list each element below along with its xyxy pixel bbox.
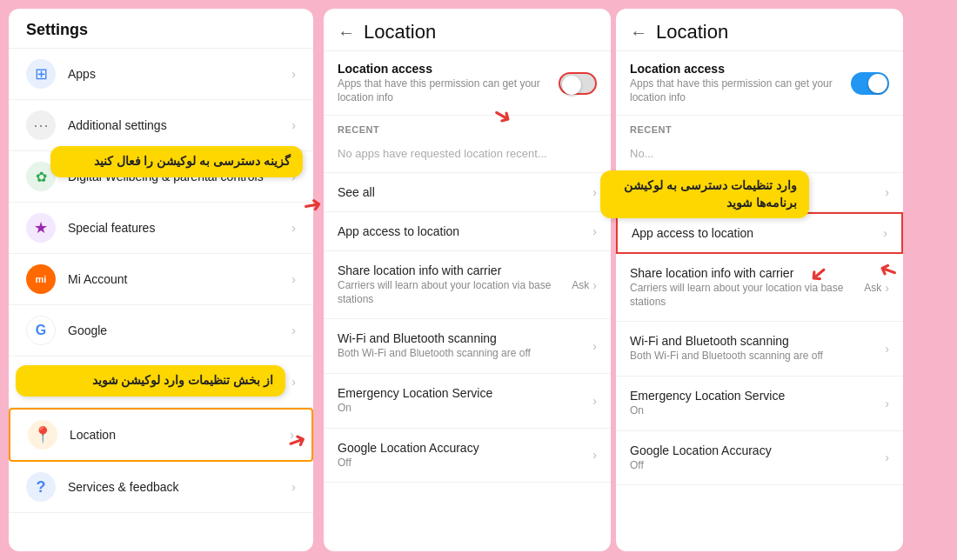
middle-recent-label: RECENT bbox=[324, 116, 611, 138]
right-access-text: Location access Apps that have this perm… bbox=[630, 62, 851, 104]
middle-panel: ← Location Location access Apps that hav… bbox=[324, 9, 611, 551]
special-label: Special features bbox=[68, 221, 291, 235]
settings-item-location[interactable]: 📍 Location › bbox=[9, 408, 313, 462]
middle-google-title: Google Location Accuracy bbox=[338, 441, 592, 455]
annotation-bubble-1: گزینه دسترسی به لوکیشن را فعال کنید bbox=[50, 146, 303, 177]
right-google-title: Google Location Accuracy bbox=[630, 443, 885, 457]
services-icon: ? bbox=[26, 472, 56, 502]
middle-emergency-title: Emergency Location Service bbox=[338, 386, 592, 400]
right-emergency-chevron: › bbox=[885, 397, 889, 410]
special-icon: ★ bbox=[26, 213, 56, 243]
apps-chevron: › bbox=[291, 67, 296, 81]
right-toggle-knob bbox=[868, 74, 887, 93]
middle-emergency-sub: On bbox=[338, 402, 592, 416]
middle-header: ← Location bbox=[324, 9, 611, 51]
right-share-location[interactable]: Share location info with carrier Carrier… bbox=[616, 254, 903, 322]
additional-label: Additional settings bbox=[68, 118, 291, 132]
location-icon: 📍 bbox=[28, 420, 57, 450]
middle-see-all-label: See all bbox=[338, 185, 592, 199]
right-wifi-chevron: › bbox=[885, 342, 889, 356]
middle-share-chevron: › bbox=[592, 278, 597, 292]
middle-title: Location bbox=[364, 21, 436, 43]
middle-emergency-chevron: › bbox=[592, 394, 597, 408]
right-see-all-chevron: › bbox=[885, 185, 889, 199]
right-title: Location bbox=[656, 21, 728, 43]
right-app-access-chevron: › bbox=[883, 226, 887, 240]
right-header: ← Location bbox=[616, 9, 903, 51]
right-emergency-sub: On bbox=[630, 404, 885, 418]
middle-app-access-title: App access to location bbox=[338, 224, 592, 238]
right-recent-empty: No... bbox=[616, 138, 903, 173]
services-label: Services & feedback bbox=[68, 480, 291, 494]
right-app-access-title: App access to location bbox=[632, 226, 883, 240]
settings-item-miaccount[interactable]: mi Mi Account › bbox=[9, 254, 313, 305]
right-access-sub: Apps that have this permission can get y… bbox=[630, 77, 851, 104]
middle-toggle-knob bbox=[562, 76, 581, 95]
miaccount-label: Mi Account bbox=[68, 272, 291, 286]
middle-location-toggle[interactable] bbox=[559, 72, 597, 95]
middle-location-access-row: Location access Apps that have this perm… bbox=[324, 51, 611, 116]
apps-icon: ⊞ bbox=[26, 59, 56, 89]
middle-wifi-title: Wi-Fi and Bluetooth scanning bbox=[338, 331, 592, 345]
right-wifi-sub: Both Wi-Fi and Bluetooth scanning are of… bbox=[630, 350, 885, 363]
annotation-bubble-2: از بخش تنظیمات وارد لوکیشن شوید bbox=[16, 365, 285, 397]
middle-access-title: Location access bbox=[338, 62, 559, 76]
settings-item-special[interactable]: ★ Special features › bbox=[9, 203, 313, 254]
middle-wifi-sub: Both Wi-Fi and Bluetooth scanning are of… bbox=[338, 347, 592, 361]
annotation1-arrow: ➜ bbox=[300, 190, 324, 219]
mi-icon: mi bbox=[26, 264, 56, 294]
middle-app-access[interactable]: App access to location › bbox=[324, 212, 611, 251]
middle-access-text: Location access Apps that have this perm… bbox=[338, 62, 559, 104]
middle-share-sub: Carriers will learn about your location … bbox=[338, 279, 572, 306]
google-chevron: › bbox=[291, 323, 296, 337]
location-label: Location bbox=[70, 428, 290, 442]
settings-item-services[interactable]: ? Services & feedback › bbox=[9, 462, 313, 513]
right-panel: ← Location Location access Apps that hav… bbox=[616, 9, 903, 551]
right-google-sub: Off bbox=[630, 459, 885, 473]
middle-back-arrow[interactable]: ← bbox=[338, 23, 355, 43]
right-access-title: Location access bbox=[630, 62, 851, 76]
right-wifi-title: Wi-Fi and Bluetooth scanning bbox=[630, 334, 885, 348]
middle-share-title: Share location info with carrier bbox=[338, 263, 572, 277]
middle-google-chevron: › bbox=[592, 448, 597, 462]
middle-app-access-chevron: › bbox=[592, 224, 597, 238]
middle-wifi-chevron: › bbox=[592, 339, 597, 353]
middle-google-sub: Off bbox=[338, 457, 592, 470]
middle-wifi-bt[interactable]: Wi-Fi and Bluetooth scanning Both Wi-Fi … bbox=[324, 319, 611, 374]
right-share-badge: Ask bbox=[864, 282, 881, 294]
additional-icon: ⋯ bbox=[26, 110, 56, 140]
middle-emergency[interactable]: Emergency Location Service On › bbox=[324, 374, 611, 429]
middle-recent-empty: No apps have requested location recent..… bbox=[324, 138, 611, 173]
settings-item-additional[interactable]: ⋯ Additional settings › bbox=[9, 100, 313, 151]
settings-item-google[interactable]: G Google › bbox=[9, 305, 313, 357]
middle-share-badge: Ask bbox=[572, 279, 589, 291]
google-label: Google bbox=[68, 323, 291, 337]
middle-share-location[interactable]: Share location info with carrier Carrier… bbox=[324, 251, 611, 319]
right-emergency-title: Emergency Location Service bbox=[630, 389, 885, 403]
special-chevron: › bbox=[291, 221, 296, 235]
settings-title: Settings bbox=[9, 9, 313, 49]
annotation-bubble-3: وارد تنظیمات دسترسی به لوکیشن برنامه‌ها … bbox=[600, 170, 809, 218]
right-location-access-row: Location access Apps that have this perm… bbox=[616, 51, 903, 116]
right-app-access[interactable]: App access to location › bbox=[616, 212, 903, 254]
right-share-sub: Carriers will learn about your location … bbox=[630, 282, 864, 309]
privacy-chevron: › bbox=[291, 375, 296, 389]
right-recent-label: RECENT bbox=[616, 116, 903, 138]
right-wifi-bt[interactable]: Wi-Fi and Bluetooth scanning Both Wi-Fi … bbox=[616, 322, 903, 377]
right-back-arrow[interactable]: ← bbox=[630, 23, 647, 43]
settings-item-apps[interactable]: ⊞ Apps › bbox=[9, 49, 313, 100]
right-location-toggle[interactable] bbox=[851, 72, 889, 95]
google-icon: G bbox=[26, 316, 56, 345]
miaccount-chevron: › bbox=[291, 272, 296, 286]
additional-chevron: › bbox=[291, 118, 296, 132]
right-google-accuracy[interactable]: Google Location Accuracy Off › bbox=[616, 431, 903, 486]
middle-google-accuracy[interactable]: Google Location Accuracy Off › bbox=[324, 429, 611, 483]
services-chevron: › bbox=[291, 480, 296, 494]
right-google-chevron: › bbox=[885, 450, 889, 464]
right-emergency[interactable]: Emergency Location Service On › bbox=[616, 377, 903, 431]
middle-see-all[interactable]: See all › bbox=[324, 173, 611, 212]
settings-panel: Settings ⊞ Apps › ⋯ Additional settings … bbox=[9, 9, 313, 551]
middle-access-sub: Apps that have this permission can get y… bbox=[338, 77, 559, 104]
apps-label: Apps bbox=[68, 67, 291, 81]
middle-see-all-chevron: › bbox=[592, 185, 597, 199]
